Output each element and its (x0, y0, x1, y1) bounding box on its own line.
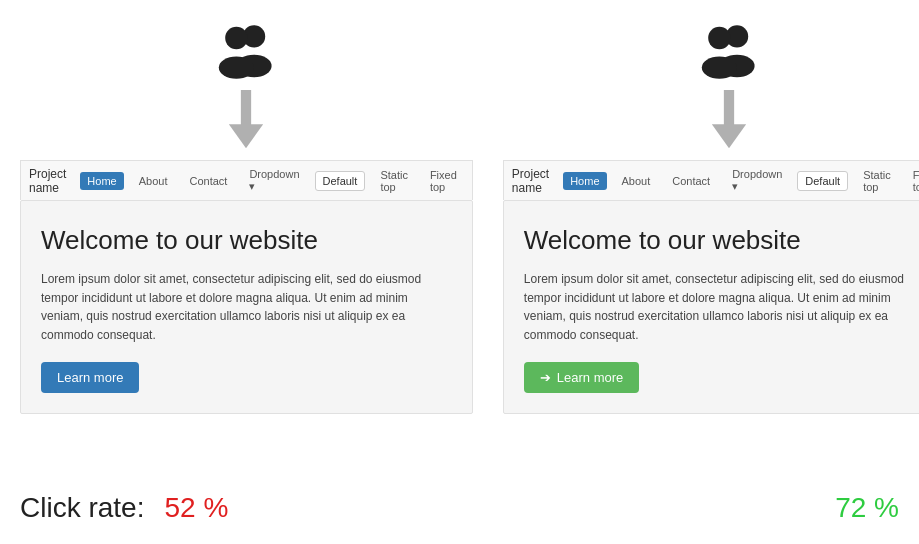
nav-fixed-a: Fixed top (423, 166, 464, 196)
users-icon-b (689, 20, 769, 80)
nav-dropdown-b: Dropdown ▾ (725, 165, 789, 196)
navbar-brand-a: Project name (29, 167, 66, 195)
nav-default-b: Default (797, 171, 848, 191)
card-body-a: Lorem ipsum dolor sit amet, consectetur … (41, 270, 452, 344)
svg-point-10 (702, 56, 737, 78)
card-title-b: Welcome to our website (524, 225, 919, 256)
nav-home-b: Home (563, 172, 606, 190)
click-rate-value-b: 72 % (835, 492, 899, 524)
learn-more-button-a[interactable]: Learn more (41, 362, 139, 393)
svg-point-9 (708, 27, 730, 49)
nav-contact-b: Contact (665, 172, 717, 190)
variant-a: Project name Home About Contact Dropdown… (20, 20, 473, 472)
card-body-b: Lorem ipsum dolor sit amet, consectetur … (524, 270, 919, 344)
navbar-b: Project name Home About Contact Dropdown… (503, 160, 919, 200)
nav-static-b: Static top (856, 166, 898, 196)
nav-dropdown-a: Dropdown ▾ (242, 165, 306, 196)
nav-static-a: Static top (373, 166, 415, 196)
navbar-a: Project name Home About Contact Dropdown… (20, 160, 473, 200)
card-b: Welcome to our website Lorem ipsum dolor… (503, 200, 919, 414)
click-rate-value-a: 52 % (164, 492, 228, 524)
nav-fixed-b: Fixed top (906, 166, 919, 196)
navbar-brand-b: Project name (512, 167, 549, 195)
click-rate-row: Click rate: 52 % 72 % (0, 482, 919, 544)
rate-section-a: Click rate: 52 % (20, 492, 445, 524)
svg-rect-5 (241, 90, 251, 126)
nav-home-a: Home (80, 172, 123, 190)
svg-marker-6 (229, 124, 263, 148)
nav-default-a: Default (315, 171, 366, 191)
arrow-down-a (226, 90, 266, 150)
learn-more-label-b: Learn more (557, 370, 623, 385)
nav-about-b: About (615, 172, 658, 190)
users-icon-a (206, 20, 286, 80)
learn-more-button-b[interactable]: ➔ Learn more (524, 362, 639, 393)
variant-b: Project name Home About Contact Dropdown… (503, 20, 919, 472)
nav-contact-a: Contact (182, 172, 234, 190)
main-container: Project name Home About Contact Dropdown… (0, 0, 919, 482)
svg-point-2 (226, 27, 248, 49)
nav-about-a: About (132, 172, 175, 190)
click-rate-label-a: Click rate: (20, 492, 144, 524)
card-a: Welcome to our website Lorem ipsum dolor… (20, 200, 473, 414)
rate-section-b: 72 % (475, 492, 900, 524)
svg-marker-12 (712, 124, 746, 148)
arrow-down-b (709, 90, 749, 150)
arrow-right-icon: ➔ (540, 370, 551, 385)
svg-rect-11 (724, 90, 734, 126)
card-title-a: Welcome to our website (41, 225, 452, 256)
